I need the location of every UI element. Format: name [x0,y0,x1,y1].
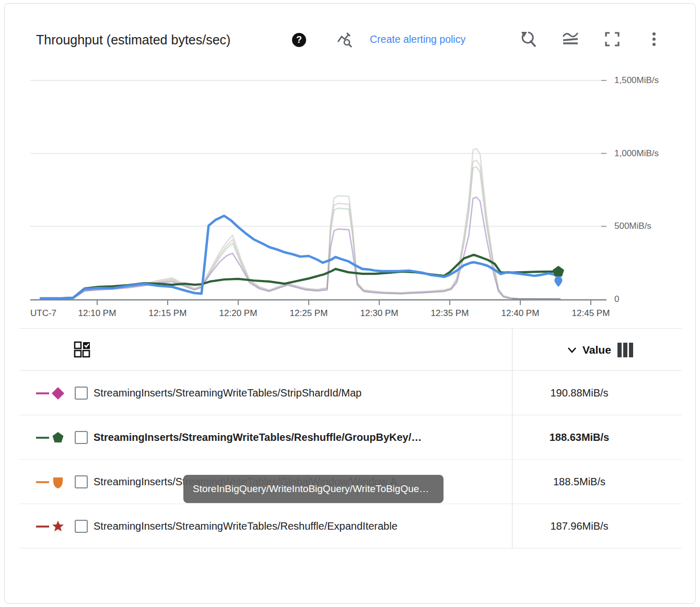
timezone-label: UTC-7 [30,308,56,319]
chart-card: Throughput (estimated bytes/sec) ? Creat… [4,3,696,604]
x-axis-label: 12:25 PM [277,308,340,319]
series-checkbox[interactable] [75,387,88,400]
chevron-down-icon [567,346,577,354]
star-marker-icon [35,518,67,535]
legend-row[interactable]: StreamingInserts/StreamingWriteTables/Re… [19,504,682,548]
shield-marker-icon [35,474,67,491]
legend-table: Value StreamingInserts/StreamingWriteTab… [19,328,682,548]
x-axis-label: 12:35 PM [418,308,481,319]
columns-icon[interactable] [616,342,635,358]
series-value: 190.88MiB/s [512,371,646,415]
legend-header: Value [19,329,682,371]
x-axis-label: 12:45 PM [559,308,622,319]
column-divider [512,329,512,548]
page-title: Throughput (estimated bytes/sec) [36,32,230,48]
series-value: 187.96MiB/s [512,504,646,548]
value-sort-header[interactable]: Value [567,329,635,371]
diamond-marker-icon [35,385,67,402]
legend-row[interactable]: StreamingInserts/StreamingWriteTables/Re… [19,415,682,460]
x-axis-label: 12:20 PM [207,308,270,319]
fullscreen-icon[interactable] [603,30,621,48]
help-icon[interactable]: ? [292,33,306,47]
y-axis-label: 1,000MiB/s [614,148,659,159]
series-label: StreamingInserts/StreamingWriteTables/Re… [94,504,398,548]
chart-mode-icon[interactable] [562,30,579,48]
value-header-label: Value [582,344,611,356]
series-checkbox[interactable] [75,475,88,488]
y-axis-label: 1,500MiB/s [614,75,659,86]
x-axis-label: 12:40 PM [489,308,552,319]
legend-row[interactable]: StreamingInserts/StreamingWriteTables/St… [19,371,682,415]
series-tooltip: StoreInBigQuery/WriteIntoBigQuery/WriteT… [183,475,444,503]
x-axis-label: 12:30 PM [348,308,411,319]
series-label: StreamingInserts/StreamingWriteTables/St… [94,371,361,415]
series-checkbox[interactable] [75,431,88,444]
y-axis-label: 0 [614,294,619,305]
throughput-chart[interactable] [30,74,606,309]
x-axis-label: 12:10 PM [66,308,129,319]
kebab-menu-icon[interactable] [645,30,663,48]
series-checkbox[interactable] [75,520,88,533]
pentagon-marker-icon [35,429,67,446]
select-series-icon[interactable] [74,341,91,361]
explore-data-icon[interactable] [336,31,354,49]
series-label: StreamingInserts/StreamingWriteTables/Re… [94,415,422,460]
series-value: 188.5MiB/s [512,460,646,504]
y-axis-label: 500MiB/s [614,221,651,231]
zoom-reset-icon[interactable] [520,30,538,48]
create-alerting-policy-link[interactable]: Create alerting policy [370,33,465,45]
series-value: 188.63MiB/s [512,415,646,460]
x-axis-label: 12:15 PM [136,308,199,319]
